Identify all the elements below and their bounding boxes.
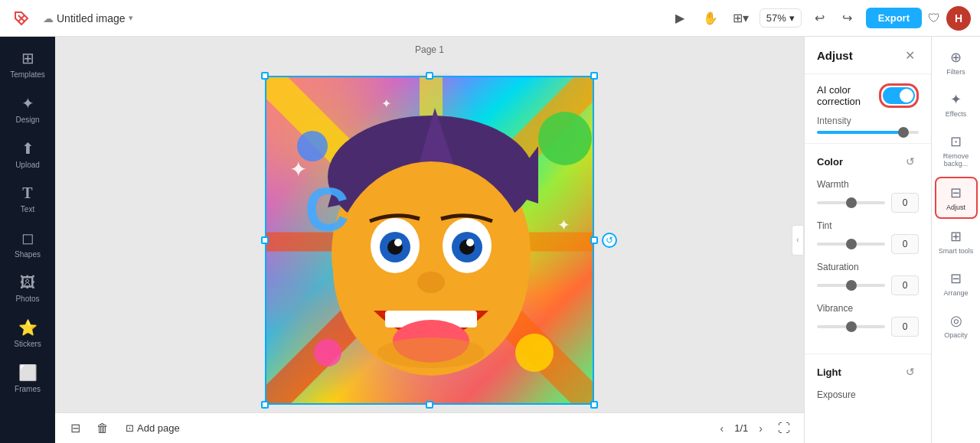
text-label: Text: [21, 205, 34, 213]
handle-middle-right[interactable]: [590, 236, 598, 244]
vibrance-row: Vibrance 0: [817, 303, 919, 337]
tint-row: Tint 0: [817, 220, 919, 254]
warmth-slider[interactable]: [817, 201, 885, 204]
arrange-panel-button[interactable]: ⊟ Arrange: [935, 264, 978, 303]
svg-point-28: [394, 239, 402, 246]
avatar[interactable]: H: [946, 6, 971, 31]
delete-page-button[interactable]: 🗑: [92, 418, 113, 439]
vibrance-slider[interactable]: [817, 325, 885, 328]
svg-point-29: [466, 239, 474, 246]
handle-top-middle[interactable]: [426, 72, 433, 80]
canvas-area[interactable]: Page 1 ⊡ •••: [55, 37, 804, 443]
vibrance-thumb[interactable]: [846, 321, 857, 332]
cloud-icon: ☁: [43, 12, 54, 24]
tint-thumb[interactable]: [846, 239, 857, 249]
grid-view-button[interactable]: ⊞▾: [729, 6, 753, 31]
page-info: 1/1: [734, 422, 748, 434]
page-thumbnail-button[interactable]: ⊟: [64, 418, 86, 439]
intensity-slider-track[interactable]: [817, 131, 919, 134]
opacity-panel-button[interactable]: ◎ Opacity: [935, 306, 978, 345]
sidebar-item-design[interactable]: ✦ Design: [3, 88, 52, 130]
arrange-label: Arrange: [943, 289, 968, 297]
title-chevron-icon[interactable]: ▾: [129, 13, 133, 23]
export-button[interactable]: Export: [866, 8, 922, 28]
rotate-handle[interactable]: ↺: [602, 233, 617, 248]
handle-top-left[interactable]: [261, 72, 269, 80]
zoom-value: 57%: [766, 12, 786, 24]
app-logo[interactable]: [9, 6, 34, 31]
light-section-header: Light ↺: [817, 363, 919, 380]
handle-middle-left[interactable]: [261, 236, 269, 244]
saturation-value[interactable]: 0: [891, 275, 919, 295]
document-title[interactable]: Untitled image: [57, 12, 126, 24]
ai-toggle[interactable]: [883, 87, 915, 104]
svg-point-7: [538, 112, 592, 165]
sidebar-item-text[interactable]: T Text: [3, 178, 52, 220]
intensity-slider-container: [817, 131, 919, 134]
ai-color-label: AI color correction: [817, 84, 879, 107]
page-nav: ‹ 1/1 ›: [716, 421, 767, 436]
color-section: Color ↺ Warmth 0 Tint: [805, 144, 931, 354]
handle-bottom-left[interactable]: [261, 401, 269, 409]
sidebar-item-upload[interactable]: ⬆ Upload: [3, 133, 52, 175]
hand-tool-button[interactable]: ✋: [698, 6, 723, 31]
design-icon: ✦: [21, 94, 34, 112]
filters-icon: ⊕: [950, 49, 962, 66]
sidebar-item-templates[interactable]: ⊞ Templates: [3, 43, 52, 85]
tint-control: 0: [817, 234, 919, 254]
sidebar-item-stickers[interactable]: ⭐ Stickers: [3, 312, 52, 354]
svg-point-8: [297, 131, 328, 161]
page-label: Page 1: [415, 44, 444, 55]
opacity-label: Opacity: [944, 331, 968, 339]
handle-bottom-right[interactable]: [590, 401, 598, 409]
prev-page-button[interactable]: ‹: [716, 421, 729, 436]
fullscreen-button[interactable]: ⛶: [773, 418, 795, 439]
tint-label: Tint: [817, 220, 919, 231]
svg-point-30: [417, 272, 445, 293]
upload-icon: ⬆: [21, 139, 34, 158]
tint-slider[interactable]: [817, 243, 885, 246]
smart-tools-panel-button[interactable]: ⊞ Smart tools: [935, 222, 978, 261]
sidebar-item-frames[interactable]: ⬜ Frames: [3, 357, 52, 399]
remove-bg-icon: ⊡: [950, 133, 962, 150]
sidebar-item-photos[interactable]: 🖼 Photos: [3, 268, 52, 309]
stickers-icon: ⭐: [18, 318, 38, 337]
redo-button[interactable]: ↪: [835, 6, 860, 31]
shapes-label: Shapes: [15, 250, 41, 259]
color-reset-button[interactable]: ↺: [902, 153, 919, 170]
warmth-value[interactable]: 0: [891, 193, 919, 213]
handle-bottom-middle[interactable]: [426, 401, 433, 409]
intensity-slider-thumb[interactable]: [898, 127, 909, 138]
saturation-row: Saturation 0: [817, 262, 919, 295]
effects-panel-button[interactable]: ✦ Effects: [935, 85, 978, 124]
filters-panel-button[interactable]: ⊕ Filters: [935, 43, 978, 82]
sidebar-item-shapes[interactable]: ◻ Shapes: [3, 223, 52, 265]
svg-text:C: C: [305, 175, 349, 243]
light-reset-button[interactable]: ↺: [902, 363, 919, 380]
panel-header: Adjust ✕: [805, 37, 931, 74]
adjust-panel-button[interactable]: ⊟ Adjust: [935, 177, 978, 219]
canvas-image[interactable]: ✦ ✦ ✦: [265, 76, 594, 405]
saturation-thumb[interactable]: [846, 280, 857, 291]
filters-label: Filters: [946, 68, 965, 76]
warmth-thumb[interactable]: [846, 197, 857, 208]
panel-close-button[interactable]: ✕: [900, 46, 919, 64]
collapse-sidebar-button[interactable]: ‹: [792, 225, 804, 256]
stickers-label: Stickers: [14, 340, 41, 348]
saturation-slider[interactable]: [817, 284, 885, 287]
saturation-control: 0: [817, 275, 919, 295]
undo-button[interactable]: ↩: [808, 6, 832, 31]
panel-title: Adjust: [817, 49, 853, 62]
handle-top-right[interactable]: [590, 72, 598, 80]
add-page-button[interactable]: ⊡ Add page: [119, 419, 186, 437]
warmth-row: Warmth 0: [817, 179, 919, 213]
vibrance-value[interactable]: 0: [891, 317, 919, 337]
zoom-control[interactable]: 57% ▾: [760, 8, 802, 28]
remove-bg-panel-button[interactable]: ⊡ Remove backg...: [935, 127, 978, 174]
ai-section-header: AI color correction: [817, 83, 919, 108]
vibrance-label: Vibrance: [817, 303, 919, 314]
cursor-tool-button[interactable]: ▶: [668, 6, 692, 31]
upload-label: Upload: [15, 161, 40, 169]
next-page-button[interactable]: ›: [754, 421, 767, 436]
tint-value[interactable]: 0: [891, 234, 919, 254]
